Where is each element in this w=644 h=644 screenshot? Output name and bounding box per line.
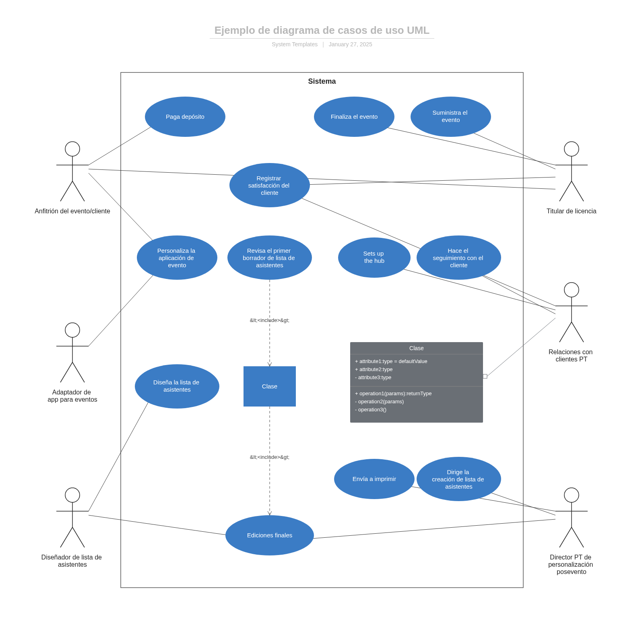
svg-point-0	[65, 142, 80, 156]
actor-designer: Diseñador de lista de asistentes	[41, 488, 104, 568]
uml-diagram: Sistema Anfitrión del evento/cliente Ada…	[0, 0, 644, 644]
svg-text:- attribute3:type: - attribute3:type	[355, 374, 391, 380]
actor-crm: Relaciones con clientes PT	[549, 283, 594, 363]
svg-point-25	[564, 488, 579, 502]
svg-line-14	[72, 527, 85, 547]
class-card: Clase + attribute1:type = defaultValue +…	[350, 318, 555, 423]
svg-line-30	[89, 121, 161, 165]
svg-line-29	[572, 527, 584, 547]
svg-line-75	[487, 318, 555, 376]
svg-point-10	[65, 488, 80, 502]
class-card-title: Clase	[409, 345, 424, 351]
svg-line-44	[302, 519, 555, 539]
svg-line-4	[72, 181, 85, 201]
usecase-direct: Dirige la creación de lista de asistente…	[417, 457, 501, 501]
svg-text:Ediciones finales: Ediciones finales	[247, 532, 293, 539]
usecase-pay: Paga depósito	[145, 97, 225, 137]
svg-point-5	[65, 323, 80, 337]
actor-adapter: Adaptador de app para eventos	[47, 323, 97, 403]
svg-text:- operation3(): - operation3()	[355, 407, 386, 413]
include-label-2: &lt;<include>&gt;	[250, 454, 289, 460]
actor-director: Director PT de personalización posevento	[548, 488, 595, 575]
svg-rect-74	[483, 374, 487, 378]
svg-text:Finaliza el evento: Finaliza el evento	[331, 113, 378, 120]
system-boundary	[121, 72, 523, 588]
usecase-supply: Suministra el evento	[411, 97, 491, 137]
svg-line-3	[60, 181, 72, 201]
actor-host-label: Anfitrión del evento/cliente	[35, 208, 110, 215]
usecase-satisfy: Registrar satisfacción del cliente	[229, 163, 310, 207]
usecase-design: Diseña la lista de asistentes	[135, 364, 219, 409]
usecase-customize: Personaliza la aplicación de evento	[137, 235, 217, 280]
usecase-print: Envía a imprimir	[334, 459, 415, 499]
actor-licensee-label: Titular de licencia	[547, 208, 597, 215]
usecase-follow: Hace el seguimiento con el cliente	[417, 235, 501, 280]
actor-director-label: Director PT de personalización posevento	[548, 554, 595, 575]
actor-crm-label: Relaciones con clientes PT	[549, 349, 594, 363]
svg-text:Sets up
      the hub: Sets up the hub	[363, 250, 385, 264]
actor-adapter-label: Adaptador de app para eventos	[47, 389, 97, 403]
system-label: Sistema	[308, 77, 336, 85]
svg-line-8	[60, 362, 72, 382]
svg-text:- operation2(params): - operation2(params)	[355, 398, 404, 405]
svg-text:Clase: Clase	[262, 383, 277, 390]
usecase-class-box: Clase	[244, 366, 296, 407]
svg-text:Envía a imprimir: Envía a imprimir	[353, 475, 396, 482]
usecase-final: Ediciones finales	[225, 515, 314, 555]
svg-text:+ operation1(params):returnTyp: + operation1(params):returnType	[355, 390, 431, 396]
svg-line-13	[60, 527, 72, 547]
actor-licensee: Titular de licencia	[547, 142, 597, 215]
usecase-finalize: Finaliza el evento	[314, 97, 394, 137]
svg-line-19	[572, 181, 584, 201]
svg-point-20	[564, 283, 579, 297]
svg-line-34	[89, 386, 157, 511]
svg-line-28	[559, 527, 572, 547]
svg-line-18	[559, 181, 572, 201]
svg-line-24	[572, 322, 584, 342]
svg-line-35	[89, 515, 229, 535]
svg-text:+ attribute2:type: + attribute2:type	[355, 366, 393, 372]
actor-host: Anfitrión del evento/cliente	[35, 142, 110, 215]
svg-text:Paga depósito: Paga depósito	[166, 113, 204, 120]
usecase-review: Revisa el primer borrador de lista de as…	[227, 235, 312, 280]
svg-line-9	[72, 362, 85, 382]
svg-point-15	[564, 142, 579, 156]
include-label-1: &lt;<include>&gt;	[250, 317, 289, 323]
usecase-setup: Sets up the hub	[338, 237, 411, 278]
svg-line-23	[559, 322, 572, 342]
svg-text:+ attribute1:type = defaultVal: + attribute1:type = defaultValue	[355, 358, 427, 364]
actor-designer-label: Diseñador de lista de asistentes	[41, 554, 104, 568]
svg-line-38	[290, 177, 555, 185]
